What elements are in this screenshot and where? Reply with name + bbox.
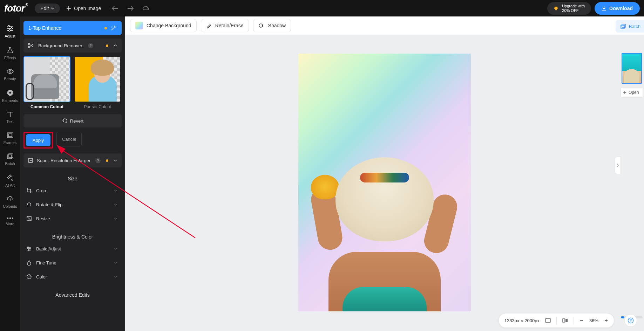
rail-elements[interactable]: Elements	[0, 86, 20, 107]
dots-icon	[7, 217, 14, 220]
apply-button[interactable]: Apply	[26, 134, 50, 146]
rail-adjust-label: Adjust	[5, 34, 15, 38]
portrait-cutout-label: Portrait Cutout	[84, 104, 111, 109]
rail-aiart[interactable]: AI Art	[0, 171, 20, 192]
rail-text[interactable]: Text	[0, 108, 20, 128]
svg-point-3	[9, 71, 11, 73]
svg-rect-8	[9, 154, 13, 158]
cloud-icon[interactable]	[142, 6, 149, 11]
image-thumbnail-1[interactable]	[622, 53, 642, 84]
zoom-in-icon[interactable]	[604, 318, 608, 323]
svg-point-9	[12, 179, 13, 180]
compare-icon[interactable]	[562, 318, 568, 323]
svg-point-21	[29, 275, 29, 276]
palette-icon	[26, 274, 32, 280]
edit-menu-button[interactable]: Edit	[35, 4, 60, 13]
portrait-cutout-option[interactable]: Portrait Cutout	[75, 57, 120, 109]
crop-tool[interactable]: Crop	[23, 184, 122, 198]
rail-effects[interactable]: Effects	[0, 43, 20, 64]
cancel-button[interactable]: Cancel	[56, 132, 82, 146]
help-icon[interactable]: ?	[95, 158, 101, 163]
batch-icon	[7, 153, 14, 159]
help-fab[interactable]	[624, 314, 637, 327]
basic-adjust-label: Basic Adjust	[36, 246, 61, 251]
rail-elements-label: Elements	[2, 98, 18, 103]
rail-adjust[interactable]: Adjust	[0, 21, 20, 42]
svg-point-12	[12, 218, 13, 219]
eye-icon	[6, 68, 14, 75]
back-arrow-icon[interactable]	[111, 6, 118, 11]
right-rail-collapse-handle[interactable]	[615, 157, 621, 174]
canvas-image[interactable]	[298, 54, 471, 311]
fine-tune-tool[interactable]: Fine Tune	[23, 256, 122, 270]
help-circle-icon	[628, 317, 634, 324]
chevron-right-icon	[616, 163, 619, 167]
adjust-panel: 1-Tap Enhance Background Remover ?	[20, 16, 125, 331]
open-image-button[interactable]: Open Image	[66, 6, 101, 11]
chevron-down-icon	[114, 276, 117, 278]
svg-point-20	[27, 275, 31, 279]
super-res-label: Super-Resolution Enlarger	[37, 158, 90, 163]
resize-tool[interactable]: Resize	[23, 212, 122, 226]
status-bar: 1333px × 2000px 36%	[499, 313, 614, 327]
revert-button[interactable]: Revert	[23, 114, 122, 127]
shadow-icon	[258, 23, 265, 28]
background-remover-header[interactable]: Background Remover ?	[23, 39, 122, 53]
canvas-area: Change Background Retain/Erase Shadow	[125, 16, 644, 331]
flask-icon	[6, 47, 14, 54]
fit-screen-icon[interactable]	[545, 318, 551, 323]
chevron-down-icon	[113, 159, 117, 162]
rail-aiart-label: AI Art	[5, 183, 15, 187]
rail-beauty[interactable]: Beauty	[0, 65, 20, 85]
svg-rect-7	[7, 155, 12, 159]
shadow-button[interactable]: Shadow	[253, 19, 291, 32]
rail-frames[interactable]: Frames	[0, 129, 20, 149]
apply-highlight-box: Apply	[23, 132, 53, 149]
one-tap-enhance-button[interactable]: 1-Tap Enhance	[23, 21, 122, 35]
color-label: Color	[36, 274, 47, 280]
common-cutout-thumb	[24, 57, 70, 102]
top-bar: fotor® Edit Open Image Upgrade with 20% …	[0, 0, 644, 16]
chevron-down-icon	[114, 262, 117, 264]
cutout-options: Common Cutout Portrait Cutout	[23, 57, 122, 109]
common-cutout-label: Common Cutout	[30, 104, 63, 109]
pencil-icon	[206, 23, 212, 28]
svg-point-13	[28, 43, 30, 45]
canvas-toolbar: Change Background Retain/Erase Shadow	[125, 16, 644, 35]
frames-icon	[7, 132, 14, 138]
revert-icon	[62, 118, 67, 123]
color-tool[interactable]: Color	[23, 270, 122, 284]
common-cutout-option[interactable]: Common Cutout	[24, 57, 70, 109]
rotate-flip-tool[interactable]: Rotate & Flip	[23, 198, 122, 212]
upgrade-button[interactable]: Upgrade with 20% OFF	[547, 2, 591, 15]
fine-tune-label: Fine Tune	[36, 260, 56, 266]
rail-batch-label: Batch	[5, 161, 15, 166]
revert-label: Revert	[70, 118, 83, 124]
retain-erase-button[interactable]: Retain/Erase	[201, 19, 249, 32]
svg-point-17	[27, 247, 28, 248]
rail-uploads[interactable]: Uploads	[0, 192, 20, 213]
basic-adjust-tool[interactable]: Basic Adjust	[23, 242, 122, 256]
scissors-icon	[28, 43, 34, 48]
svg-point-10	[7, 218, 8, 219]
batch-button[interactable]: Batch	[616, 20, 644, 33]
rail-more[interactable]: More	[0, 213, 20, 230]
open-more-button[interactable]: Open	[621, 87, 643, 98]
zoom-out-icon[interactable]	[579, 318, 584, 323]
upgrade-line-2: 20% OFF	[562, 8, 585, 13]
change-background-button[interactable]: Change Background	[130, 19, 197, 32]
svg-rect-27	[621, 25, 624, 28]
chevron-down-icon	[114, 248, 117, 250]
download-button[interactable]: Download	[595, 2, 640, 15]
rail-batch[interactable]: Batch	[0, 150, 20, 170]
advanced-edits-group-title: Advanced Edits	[23, 292, 122, 298]
divider	[556, 317, 557, 324]
rail-frames-label: Frames	[4, 140, 16, 145]
star-icon	[7, 89, 14, 96]
download-icon	[602, 6, 606, 11]
super-resolution-header[interactable]: Super-Resolution Enlarger ?	[23, 153, 122, 167]
help-icon[interactable]: ?	[88, 43, 93, 48]
logo: fotor®	[4, 3, 35, 14]
svg-point-22	[30, 276, 30, 277]
forward-arrow-icon[interactable]	[127, 6, 134, 11]
